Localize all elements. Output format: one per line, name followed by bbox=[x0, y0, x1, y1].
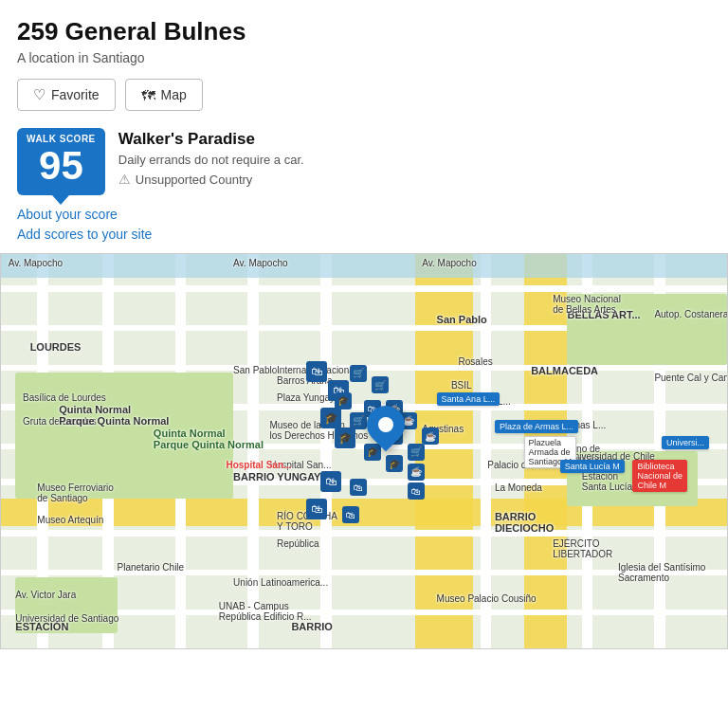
park-top-right bbox=[567, 294, 727, 365]
heart-icon: ♡ bbox=[33, 86, 46, 103]
map-icon-shop-10: 🛍 bbox=[306, 499, 327, 519]
map-icon-shop-9: 🛍 bbox=[408, 482, 425, 500]
river-mapocho bbox=[1, 254, 727, 278]
map-icon-cup-3: ☕ bbox=[422, 428, 439, 445]
page-subtitle: A location in Santiago bbox=[17, 50, 711, 65]
map-icon-shop-8: 🛍 bbox=[350, 479, 367, 496]
map-icon-hat-4: 🎓 bbox=[364, 444, 381, 461]
map-label: Map bbox=[161, 87, 187, 102]
map-box-santa-ana: Santa Ana L... bbox=[437, 392, 500, 406]
map-icon-hat-5: 🎓 bbox=[386, 455, 403, 472]
walk-score-title: Walker's Paradise bbox=[118, 130, 304, 149]
map-icon-shop-2: 🛒 bbox=[350, 365, 367, 382]
walk-score-info: Walker's Paradise Daily errands do not r… bbox=[118, 128, 304, 187]
add-scores-link[interactable]: Add scores to your site bbox=[17, 227, 711, 242]
map-icon-shop-1: 🛍 bbox=[306, 361, 327, 382]
walk-score-description: Daily errands do not require a car. bbox=[118, 153, 304, 167]
road-v4 bbox=[247, 254, 258, 648]
map-icon-cart-1: 🛒 bbox=[372, 376, 389, 393]
location-pin bbox=[367, 406, 405, 444]
map-icon-shop-7: 🛍 bbox=[320, 471, 341, 492]
map-button[interactable]: 🗺 Map bbox=[125, 79, 203, 111]
map-icon-shop-6: 🛒 bbox=[408, 444, 425, 461]
favorite-label: Favorite bbox=[51, 87, 100, 102]
map-box-plaza-armas: Plaza de Armas L... bbox=[495, 420, 578, 433]
road-v6 bbox=[481, 254, 491, 648]
links-section: About your score Add scores to your site bbox=[17, 207, 711, 242]
map-icon-cart-2: 🛒 bbox=[350, 412, 367, 429]
map-icon-hat-3: 🎓 bbox=[335, 428, 355, 448]
favorite-button[interactable]: ♡ Favorite bbox=[17, 79, 116, 111]
map-icon-shop-11: 🛍 bbox=[342, 506, 359, 523]
map-icon: 🗺 bbox=[141, 87, 155, 103]
unsupported-text: Unsupported Country bbox=[136, 173, 253, 187]
park-quinta-normal bbox=[15, 373, 233, 499]
map-icon-hat-2: 🎓 bbox=[320, 408, 341, 428]
walk-score-badge: Walk Score 95 bbox=[17, 128, 105, 195]
map-container[interactable]: Av. Mapocho Av. Mapocho Av. Mapocho LOUR… bbox=[0, 253, 728, 649]
action-buttons: ♡ Favorite 🗺 Map bbox=[17, 79, 711, 111]
map-icon-cup-4: ☕ bbox=[408, 464, 425, 481]
page-title: 259 General Bulnes bbox=[17, 17, 711, 46]
walk-score-section: Walk Score 95 Walker's Paradise Daily er… bbox=[17, 128, 711, 195]
map-box-santa-lucia: Santa Lucía M bbox=[560, 460, 625, 473]
warning-icon: ⚠ bbox=[118, 172, 131, 187]
map-box-bib: BibliotecaNacional deChile M bbox=[632, 460, 687, 492]
map-icon-hat-1: 🎓 bbox=[335, 392, 352, 410]
road-v5 bbox=[320, 254, 331, 648]
map-box-universidad: Universi... bbox=[662, 436, 709, 449]
about-score-link[interactable]: About your score bbox=[17, 207, 711, 222]
walk-score-number: 95 bbox=[27, 146, 96, 186]
park-bottom-left bbox=[15, 577, 117, 632]
walk-score-unsupported: ⚠ Unsupported Country bbox=[118, 172, 304, 187]
